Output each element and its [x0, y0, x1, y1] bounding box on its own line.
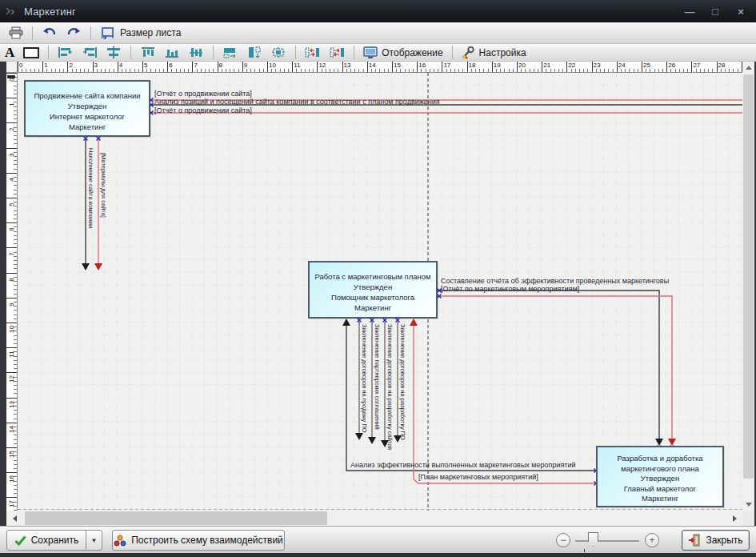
edge-label-analysis-done[interactable]: Анализ эффективности выполненных маркети… — [350, 461, 576, 469]
process-role: Главный маркетолог — [598, 484, 722, 495]
same-height-icon — [246, 46, 262, 58]
scroll-right-button[interactable] — [726, 511, 742, 526]
edge-label-contracts-soft[interactable]: Заключение договоров на разработку ПО — [399, 324, 406, 440]
space-horizontal-button[interactable] — [301, 45, 325, 60]
diagram-canvas[interactable]: Продвижение сайта компании Утвержден Инт… — [18, 73, 742, 511]
settings-button[interactable]: Настройка — [458, 45, 530, 61]
edge-label-contracts-partner[interactable]: Заключение партнерских соглашений — [374, 324, 381, 430]
horizontal-scroll-thumb[interactable] — [25, 511, 327, 525]
hruler-number: 2 — [69, 62, 72, 69]
process-name: Работа с маркетинговым планом — [310, 271, 436, 282]
arrow-down-icon — [746, 503, 752, 507]
hruler-number: 10 — [269, 62, 276, 69]
align-right-button[interactable] — [78, 45, 102, 60]
process-dept: Маркетинг — [310, 303, 436, 313]
vertical-scrollbar[interactable] — [742, 62, 754, 511]
process-box-site-promotion[interactable]: Продвижение сайта компании Утвержден Инт… — [24, 80, 150, 137]
print-button[interactable] — [5, 25, 27, 41]
edge-label-contracts-sites[interactable]: Заключение договоров на разработку сайто… — [386, 324, 394, 450]
build-label: Построить схему взаимодействий — [131, 535, 283, 546]
edge-label-report-compose[interactable]: Составление отчёта об эффективности пров… — [441, 277, 669, 285]
undo-button[interactable] — [38, 26, 62, 40]
hruler-number: 28 — [718, 62, 726, 69]
vruler-number: 10 — [8, 325, 15, 335]
align-right-icon — [82, 46, 98, 58]
separator — [295, 46, 296, 59]
vruler-number: 9 — [8, 299, 15, 309]
hruler-number: 6 — [169, 62, 172, 69]
vruler-number: 3 — [8, 150, 15, 159]
align-left-button[interactable] — [54, 45, 78, 60]
undo-icon — [42, 27, 58, 38]
align-center-button[interactable] — [102, 45, 126, 60]
horizontal-ruler: 0123456789101112131415161718192021222324… — [18, 62, 742, 73]
build-interaction-scheme-button[interactable]: Построить схему взаимодействий — [112, 530, 285, 551]
align-bottom-button[interactable] — [160, 45, 184, 60]
vruler-number: 4 — [8, 174, 15, 184]
process-box-marketing-plan-work[interactable]: Работа с маркетинговым планом Утвержден … — [308, 261, 438, 319]
edge-label-marketing-plan[interactable]: [План маркетинговых мероприятий] — [418, 473, 538, 481]
process-box-plan-development[interactable]: Разработка и доработка маркетингового пл… — [596, 446, 724, 507]
close-window-button[interactable]: × — [732, 6, 750, 18]
font-button[interactable]: A — [0, 45, 19, 61]
zoom-tick-mark — [584, 549, 585, 552]
window-frame-left — [0, 62, 6, 526]
settings-label: Настройка — [479, 47, 526, 58]
align-top-button[interactable] — [136, 45, 160, 60]
hruler-number: 3 — [94, 62, 98, 69]
scroll-left-button[interactable] — [6, 511, 22, 526]
zoom-slider-track[interactable] — [575, 540, 639, 542]
hruler-number: 9 — [244, 62, 247, 69]
space-vertical-icon — [329, 46, 345, 58]
edge-label-site-report-2[interactable]: [Отчёт о продвижении сайта] — [154, 106, 252, 114]
display-label: Отображение — [382, 47, 442, 58]
same-width-button[interactable] — [218, 45, 242, 60]
monitor-icon — [363, 46, 378, 59]
separator — [90, 26, 91, 40]
zoom-out-button[interactable]: − — [556, 533, 570, 547]
same-height-button[interactable] — [242, 45, 266, 60]
edge-label-site-fill[interactable]: Наполнение сайта компании — [87, 148, 94, 228]
edge-label-report-marketing[interactable]: [Отчёт по маркетинговым мероприятиям] — [441, 285, 579, 293]
fill-color-button[interactable] — [23, 47, 39, 58]
sheet-size-icon — [100, 26, 116, 39]
space-vertical-button[interactable] — [325, 45, 349, 60]
close-button[interactable]: Закрыть — [682, 530, 750, 551]
redo-button[interactable] — [62, 26, 86, 40]
horizontal-scrollbar[interactable] — [6, 511, 742, 526]
separator — [354, 46, 354, 59]
sheet-size-button[interactable]: Размер листа — [96, 25, 185, 41]
hruler-number: 25 — [643, 62, 650, 69]
same-width-icon — [222, 46, 238, 58]
edge-label-site-materials[interactable]: [Материалы для сайта] — [100, 153, 107, 218]
page-origin-marker — [7, 75, 15, 78]
hruler-number: 26 — [668, 62, 675, 69]
same-size-button[interactable] — [266, 45, 290, 60]
same-size-icon — [270, 46, 286, 58]
save-button[interactable]: Сохранить — [6, 530, 86, 551]
process-status: Утвержден — [310, 282, 436, 292]
zoom-slider-thumb[interactable] — [588, 532, 598, 547]
scroll-down-button[interactable] — [742, 499, 754, 511]
hruler-number: 1 — [44, 62, 47, 69]
separator — [48, 46, 49, 59]
hruler-number: 24 — [618, 62, 626, 69]
hruler-number: 22 — [568, 62, 575, 69]
printer-icon — [9, 26, 23, 39]
vertical-scroll-thumb[interactable] — [743, 74, 754, 479]
edge-label-site-analysis[interactable]: Анализ позиций и посещений сайта компани… — [154, 98, 440, 106]
edge-label-contracts-sale[interactable]: Заключение договоров на продажу ПО — [361, 324, 368, 433]
edge-label-site-report-1[interactable]: [Отчёт о продвижении сайта] — [154, 90, 252, 98]
vertical-ruler: 01234567891011121314151617 — [6, 73, 18, 511]
align-middle-button[interactable] — [184, 45, 208, 60]
process-role: Помощник маркетолога — [310, 292, 436, 303]
display-button[interactable]: Отображение — [359, 45, 446, 61]
minimize-button[interactable]: — — [681, 6, 698, 18]
hruler-number: 5 — [144, 62, 147, 69]
hruler-number: 12 — [318, 62, 326, 69]
maximize-button[interactable]: □ — [706, 6, 724, 18]
scroll-up-button[interactable] — [742, 62, 754, 74]
main-toolbar: Размер листа — [0, 22, 756, 44]
zoom-in-button[interactable]: + — [645, 533, 659, 547]
save-menu-button[interactable]: ▼ — [86, 530, 102, 551]
